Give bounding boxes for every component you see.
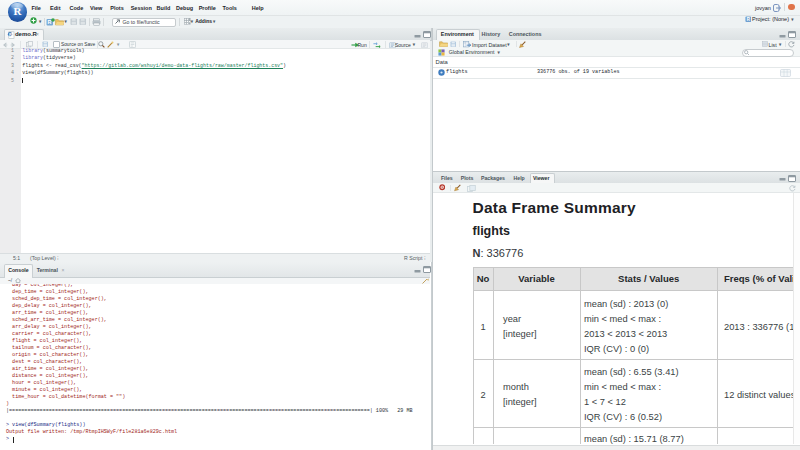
svg-text:R: R xyxy=(9,31,12,36)
svg-text:R: R xyxy=(48,19,52,25)
